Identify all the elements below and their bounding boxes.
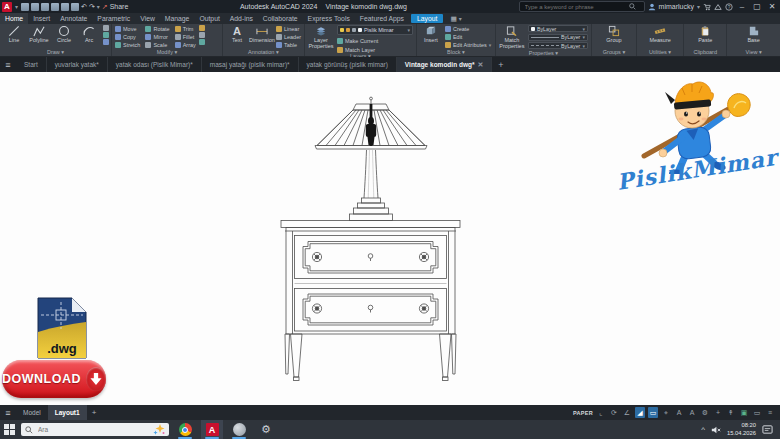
- taskbar-clock[interactable]: 08:20 15.04.2026: [727, 422, 756, 436]
- taskbar-app-icon[interactable]: [228, 420, 250, 439]
- line-tool[interactable]: Line: [3, 25, 25, 44]
- edit-block-tool[interactable]: Edit: [445, 33, 491, 40]
- make-current-tool[interactable]: Make Current: [337, 37, 413, 44]
- drawing-canvas[interactable]: PislikMimar .dwg DOWNLOAD: [0, 72, 780, 405]
- customization-icon[interactable]: ≡: [765, 407, 775, 418]
- dwg-file-icon[interactable]: .dwg: [36, 296, 88, 360]
- group-tool[interactable]: Group: [603, 25, 625, 44]
- file-tab-4[interactable]: yatak görünüş (pislik mimar): [299, 57, 397, 72]
- layout-menu-icon[interactable]: ≡: [0, 408, 16, 418]
- linetype-dropdown[interactable]: ByLayer▾: [528, 42, 588, 49]
- app-menu-dropdown-icon[interactable]: ▾: [15, 3, 18, 10]
- view-panel-label[interactable]: View ▾: [727, 49, 780, 56]
- properties-panel-label[interactable]: Properties ▾: [496, 50, 591, 57]
- dimension-tool[interactable]: Dimension: [251, 25, 273, 44]
- download-button[interactable]: DOWNLOAD: [2, 360, 106, 398]
- ribbon-tab-home[interactable]: Home: [0, 13, 28, 24]
- linear-tool[interactable]: Linear: [276, 25, 301, 32]
- annotation-visibility-icon[interactable]: A: [687, 407, 697, 418]
- array-tool[interactable]: Array: [175, 41, 196, 48]
- annotation-scale-icon[interactable]: A: [674, 407, 684, 418]
- match-properties-tool[interactable]: Match Properties: [499, 25, 525, 50]
- workspace-gear-icon[interactable]: ⚙: [700, 407, 710, 418]
- new-drawing-tab-button[interactable]: +: [492, 57, 509, 72]
- paper-space-label[interactable]: PAPER: [573, 410, 593, 416]
- ribbon-tab-output[interactable]: Output: [194, 13, 224, 24]
- file-tab-3[interactable]: masaj yatağı (pislik mimar)*: [202, 57, 299, 72]
- qat-customize-icon[interactable]: ▾: [97, 3, 100, 10]
- account-dropdown-icon[interactable]: ▾: [697, 3, 700, 10]
- autodesk-apps-icon[interactable]: [714, 3, 722, 11]
- base-tool[interactable]: Base: [743, 25, 765, 44]
- help-icon[interactable]: ?: [725, 3, 733, 11]
- windows-start-button[interactable]: [4, 424, 16, 436]
- object-color-dropdown[interactable]: ByLayer▾: [528, 25, 588, 32]
- ribbon-tab-view[interactable]: View: [135, 13, 160, 24]
- file-tabs-menu-icon[interactable]: ≡: [0, 57, 16, 72]
- help-search-input[interactable]: [523, 3, 627, 11]
- help-search-box[interactable]: [519, 1, 645, 12]
- taskbar-search-input[interactable]: [36, 425, 140, 434]
- file-tab-active[interactable]: Vintage komodin dwg* ✕: [397, 57, 492, 72]
- new-file-icon[interactable]: [21, 3, 29, 11]
- clean-screen-icon[interactable]: ▭: [752, 407, 762, 418]
- leader-tool[interactable]: Leader: [276, 33, 301, 40]
- ellipse-icon[interactable]: [103, 32, 109, 38]
- create-block-tool[interactable]: Create: [445, 25, 491, 32]
- ribbon-display-toggle-icon[interactable]: ▦ ▾: [445, 13, 466, 24]
- app-store-cart-icon[interactable]: [703, 3, 711, 11]
- text-tool[interactable]: A Text: [226, 25, 248, 44]
- save-icon[interactable]: [41, 3, 49, 11]
- taskbar-search-box[interactable]: [21, 423, 169, 436]
- close-button[interactable]: ✕: [766, 2, 778, 11]
- taskbar-autocad-icon[interactable]: A: [201, 420, 223, 439]
- maximize-button[interactable]: ▢: [751, 2, 763, 11]
- notification-center-icon[interactable]: [762, 424, 773, 435]
- model-tab[interactable]: Model: [16, 405, 48, 420]
- circle-tool[interactable]: Circle: [53, 25, 75, 44]
- volume-muted-icon[interactable]: [711, 425, 721, 435]
- trim-tool[interactable]: Trim: [175, 25, 196, 32]
- hatch-icon[interactable]: [103, 39, 109, 45]
- offset-icon[interactable]: [199, 39, 205, 45]
- utilities-panel-label[interactable]: Utilities ▾: [637, 49, 683, 56]
- share-icon[interactable]: ↗: [102, 3, 108, 11]
- new-layout-button[interactable]: +: [87, 408, 102, 417]
- fillet-tool[interactable]: Fillet: [175, 33, 196, 40]
- clipboard-panel-label[interactable]: Clipboard: [684, 49, 726, 56]
- insert-tool[interactable]: Insert: [420, 25, 442, 44]
- modify-panel-label[interactable]: Modify ▾: [112, 49, 222, 56]
- annotation-add-icon[interactable]: +: [713, 407, 723, 418]
- units-icon[interactable]: ↟: [726, 407, 736, 418]
- autocad-logo[interactable]: A: [2, 2, 12, 12]
- mirror-tool[interactable]: Mirror: [145, 33, 169, 40]
- draw-panel-label[interactable]: Draw ▾: [0, 49, 111, 56]
- polyline-tool[interactable]: Polyline: [28, 25, 50, 44]
- erase-icon[interactable]: [199, 25, 205, 31]
- ribbon-tab-express-tools[interactable]: Express Tools: [303, 13, 355, 24]
- taskbar-settings-icon[interactable]: ⚙: [255, 420, 277, 439]
- rectangle-icon[interactable]: [103, 25, 109, 31]
- snap-tracking-icon[interactable]: ⌖: [661, 407, 671, 418]
- download-arrow-icon[interactable]: [86, 367, 106, 391]
- ortho-toggle-icon[interactable]: ∠: [622, 407, 632, 418]
- plot-icon[interactable]: [61, 3, 69, 11]
- lineweight-dropdown[interactable]: ByLayer▾: [528, 34, 588, 41]
- ribbon-tab-annotate[interactable]: Annotate: [55, 13, 92, 24]
- file-tab-start[interactable]: Start: [16, 57, 47, 72]
- undo-icon[interactable]: ↶: [81, 3, 87, 11]
- ribbon-tab-insert[interactable]: Insert: [28, 13, 55, 24]
- move-tool[interactable]: Move: [115, 25, 140, 32]
- file-tab-2[interactable]: yatak odası (Pislik Mimar)*: [108, 57, 202, 72]
- table-tool[interactable]: Table: [276, 41, 301, 48]
- taskbar-chrome-icon[interactable]: [174, 420, 196, 439]
- redo-icon[interactable]: ↷: [89, 3, 95, 11]
- open-file-icon[interactable]: [31, 3, 39, 11]
- stretch-tool[interactable]: Stretch: [115, 41, 140, 48]
- block-panel-label[interactable]: Block ▾: [417, 49, 495, 56]
- ribbon-tab-manage[interactable]: Manage: [160, 13, 195, 24]
- ribbon-tab-featured-apps[interactable]: Featured Apps: [355, 13, 409, 24]
- explode-icon[interactable]: [199, 32, 205, 38]
- save-as-icon[interactable]: [51, 3, 59, 11]
- minimize-button[interactable]: –: [736, 2, 748, 11]
